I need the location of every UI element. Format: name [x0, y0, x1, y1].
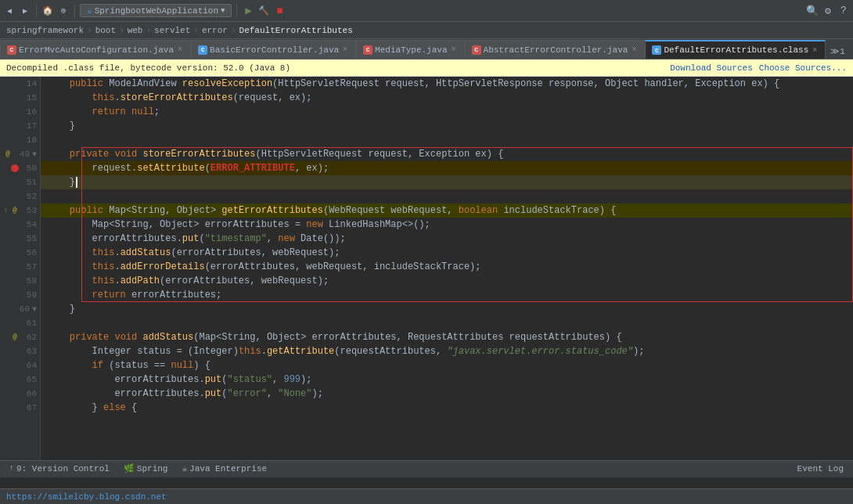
code-line-65: errorAttributes.put("status", 999); [41, 373, 853, 387]
code-line-66: errorAttributes.put("error", "None"); [41, 387, 853, 401]
spring-icon: 🌿 [124, 463, 135, 473]
code-line-59: return errorAttributes; [41, 288, 853, 302]
code-line-55: errorAttributes.put("timestamp", new Dat… [41, 232, 853, 246]
gutter-row-62: @ 62 [0, 330, 40, 344]
annotation-icon-62: @ [11, 333, 19, 341]
code-line-52 [41, 189, 853, 203]
breadcrumb-error[interactable]: error [202, 26, 228, 35]
code-line-61 [41, 316, 853, 330]
tab-BasicErrorController[interactable]: C BasicErrorController.java × [191, 40, 356, 59]
run-button[interactable]: ▶ [242, 5, 254, 17]
forward-icon[interactable]: ▶ [19, 5, 31, 17]
home-icon[interactable]: 🏠 [41, 5, 54, 17]
download-sources-link[interactable]: Download Sources [670, 63, 753, 73]
code-line-50: request.setAttribute(ERROR_ATTRIBUTE, ex… [41, 161, 853, 175]
gutter-row-60: 60 ▼ [0, 302, 40, 316]
bottom-tab-java-enterprise[interactable]: ☕ Java Enterprise [175, 462, 273, 477]
breakpoint-50[interactable] [11, 164, 19, 172]
breadcrumb-web[interactable]: web [128, 26, 143, 35]
code-line-51: } [41, 175, 853, 189]
gutter-row-58: 58 [0, 274, 40, 288]
gutter-row-54: 54 [0, 218, 40, 232]
stop-button[interactable]: ■ [273, 5, 286, 17]
code-line-16: return null; [41, 105, 853, 119]
code-line-62: private void addStatus(Map<String, Objec… [41, 330, 853, 344]
tab-icon-3: C [363, 45, 373, 55]
annotation-icon-49: @ [4, 150, 12, 158]
fold-icon-60[interactable]: ▼ [32, 305, 37, 314]
gutter-row-64: 64 [0, 358, 40, 373]
code-editor[interactable]: public ModelAndView resolveException(Htt… [41, 77, 853, 460]
breadcrumb-boot[interactable]: boot [95, 26, 116, 35]
fold-icon-49[interactable]: ▼ [32, 150, 37, 159]
code-line-17: } [41, 119, 853, 133]
code-line-15: this.storeErrorAttributes(request, ex); [41, 91, 853, 105]
gutter-row-53: ↑ @ 53 [0, 203, 40, 218]
bottom-tab-version-control[interactable]: ↑ 9: Version Control [3, 463, 116, 477]
tab-MediaType[interactable]: C MediaType.java × [356, 40, 464, 59]
bottom-tab-event-log[interactable]: Event Log [791, 463, 850, 477]
tab-close-1[interactable]: × [178, 45, 182, 54]
settings-icon[interactable]: ⚙ [822, 5, 834, 17]
back-icon[interactable]: ◀ [3, 5, 16, 17]
banner-links: Download Sources Choose Sources... [670, 63, 847, 73]
tab-icon-1: C [7, 45, 16, 55]
breadcrumb-servlet[interactable]: servlet [154, 26, 190, 35]
help-icon[interactable]: ? [837, 5, 850, 17]
search-everywhere-icon[interactable]: 🔍 [806, 5, 819, 17]
tab-close-3[interactable]: × [452, 45, 456, 54]
version-control-icon: ↑ [9, 464, 14, 473]
tab-close-5[interactable]: × [812, 46, 817, 55]
code-line-18 [41, 133, 853, 147]
gutter-row-65: 65 [0, 373, 40, 387]
gutter-row-59: 59 [0, 288, 40, 302]
code-line-63: Integer status = (Integer)this.getAttrib… [41, 344, 853, 358]
file-tabs: C ErrorMvcAutoConfiguration.java × C Bas… [0, 39, 853, 59]
project-selector[interactable]: ☕ SpringbootWebApplication ▼ [80, 4, 232, 17]
breadcrumb-springframework[interactable]: springframework [6, 26, 84, 35]
gutter-row-17: 17 [0, 119, 40, 133]
gutter-row-67: 67 [0, 401, 40, 415]
code-line-58: this.addPath(errorAttributes, webRequest… [41, 274, 853, 288]
debug-arrow-53: ↑ [4, 207, 9, 215]
tab-icon-4: C [472, 45, 481, 55]
choose-sources-link[interactable]: Choose Sources... [759, 63, 847, 73]
code-line-49: private void storeErrorAttributes(HttpSe… [41, 147, 853, 161]
nav-icon[interactable]: ⊕ [57, 5, 70, 17]
gutter-row-55: 55 [0, 232, 40, 246]
tab-close-4[interactable]: × [632, 45, 636, 54]
editor-container: 14 15 16 17 18 @ 49 ▼ 50 51 [0, 77, 853, 460]
gutter-row-63: 63 [0, 344, 40, 358]
tab-close-2[interactable]: × [343, 45, 347, 54]
code-line-14: public ModelAndView resolveException(Htt… [41, 77, 853, 91]
code-line-53: public Map<String, Object> getErrorAttri… [41, 203, 853, 218]
bottom-tab-spring[interactable]: 🌿 Spring [117, 462, 175, 477]
toolbar: ◀ ▶ 🏠 ⊕ ☕ SpringbootWebApplication ▼ ▶ 🔨… [0, 0, 853, 22]
gutter-row-52: 52 [0, 189, 40, 203]
build-icon[interactable]: 🔨 [257, 5, 270, 17]
bottom-tabs: ↑ 9: Version Control 🌿 Spring ☕ Java Ent… [0, 460, 853, 477]
tab-ErrorMvcAutoConfiguration[interactable]: C ErrorMvcAutoConfiguration.java × [0, 40, 191, 59]
gutter-row-51: 51 [0, 175, 40, 189]
code-line-64: if (status == null) { [41, 358, 853, 373]
java-icon: ☕ [182, 463, 187, 473]
code-line-60: } [41, 302, 853, 316]
tab-DefaultErrorAttributes[interactable]: C DefaultErrorAttributes.class × [645, 40, 826, 59]
gutter-row-61: 61 [0, 316, 40, 330]
code-line-57: this.addErrorDetails(errorAttributes, we… [41, 260, 853, 274]
gutter-row-15: 15 [0, 91, 40, 105]
gutter-row-14: 14 [0, 77, 40, 91]
annotation-icon-53: @ [11, 207, 19, 214]
tab-icon-5: C [652, 45, 661, 55]
code-line-54: Map<String, Object> errorAttributes = ne… [41, 218, 853, 232]
gutter-row-66: 66 [0, 387, 40, 401]
breadcrumb-class[interactable]: DefaultErrorAttributes [239, 26, 353, 35]
tab-AbstractErrorController[interactable]: C AbstractErrorController.java × [465, 40, 646, 59]
code-line-56: this.addStatus(errorAttributes, webReque… [41, 246, 853, 260]
decompiled-banner: Decompiled .class file, bytecode version… [0, 59, 853, 77]
tab-overflow[interactable]: ≫1 [826, 44, 850, 59]
gutter-row-50: 50 [0, 161, 40, 175]
gutter-row-56: 56 [0, 246, 40, 260]
code-line-67: } else { [41, 401, 853, 415]
line-number-gutter: 14 15 16 17 18 @ 49 ▼ 50 51 [0, 77, 41, 460]
